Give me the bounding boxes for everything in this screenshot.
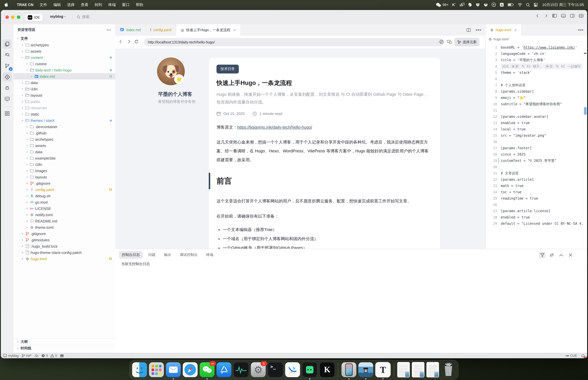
activity-explorer-button[interactable] bbox=[2, 39, 12, 49]
tab-more-icon[interactable]: ••• bbox=[578, 27, 584, 33]
split-editor-icon[interactable] bbox=[466, 28, 471, 32]
tree-item-netlify.toml[interactable]: ⚙netlify.toml bbox=[13, 211, 115, 218]
tab-index-md[interactable]: M+index.md bbox=[115, 24, 145, 36]
dock-win-thumb-icon[interactable] bbox=[426, 362, 439, 378]
dock-trae-icon[interactable] bbox=[302, 362, 318, 378]
code-line-12[interactable]: 12[params.sidebar.avatar] bbox=[486, 114, 587, 120]
menu-item-窗口[interactable]: 窗口 bbox=[119, 2, 133, 7]
project-selector[interactable]: myblog › bbox=[50, 14, 66, 19]
code-line-25[interactable]: 25readingTime = true bbox=[486, 195, 587, 202]
code-line-29[interactable]: 29default = "Licensed under CC BY-NC-SA … bbox=[486, 220, 587, 227]
tree-item-.gitignore[interactable]: .gitignore bbox=[13, 180, 115, 187]
tree-item-hugo-theme-stack-config.patch[interactable]: hugo-theme-stack-config.patch bbox=[13, 249, 115, 256]
tree-item-go.mod[interactable]: </>go.mod bbox=[13, 199, 115, 205]
panel-tab-问题[interactable]: 问题 bbox=[145, 251, 158, 259]
wechat-icon[interactable]: 99+ bbox=[436, 2, 448, 7]
outline-section[interactable]: ›大纲 bbox=[13, 338, 115, 345]
code-line-14[interactable]: 14local = true bbox=[486, 126, 587, 133]
device-toolbar-icon[interactable] bbox=[447, 39, 452, 44]
dock-launchpad-icon[interactable] bbox=[149, 362, 164, 377]
tree-item-.devcontainer[interactable]: ›.devcontainer bbox=[13, 124, 115, 130]
filter-icon[interactable] bbox=[539, 252, 546, 259]
ports-indicator[interactable] bbox=[60, 354, 64, 357]
toggle-bottom-panel-icon[interactable] bbox=[561, 14, 566, 18]
tree-item-assets[interactable]: ›assets bbox=[13, 48, 115, 54]
code-line-16[interactable]: 16 bbox=[486, 139, 587, 145]
activity-debug-button[interactable] bbox=[2, 83, 12, 92]
tree-item-index.md[interactable]: M+index.mdU bbox=[13, 73, 115, 79]
menu-item-终端[interactable]: 终端 bbox=[105, 2, 119, 7]
tree-item-assets[interactable]: ›assets bbox=[13, 142, 115, 149]
code-line-15[interactable]: 15src = "img/avatar.png" bbox=[486, 133, 587, 139]
control-center-icon[interactable] bbox=[534, 3, 538, 7]
tree-item-config.yaml[interactable]: !config.yamlM bbox=[13, 187, 115, 193]
settings-sliders-icon[interactable] bbox=[548, 252, 555, 259]
tree-item-.github[interactable]: ›.github bbox=[13, 130, 115, 136]
code-line-18[interactable]: 18since = 2025 bbox=[486, 151, 587, 157]
git-branch-indicator[interactable]: init* bbox=[22, 354, 31, 357]
tree-item-layouts[interactable]: ›layouts bbox=[13, 92, 115, 98]
remote-indicator[interactable]: myblog bbox=[3, 354, 19, 357]
dock-trash-icon[interactable] bbox=[441, 362, 456, 377]
panel-tab-输出[interactable]: 输出 bbox=[161, 251, 174, 259]
code-line-11[interactable]: 11 bbox=[486, 107, 587, 114]
tree-item-i18n[interactable]: ›i18n bbox=[13, 86, 115, 92]
timeline-section[interactable]: ›时间线 bbox=[13, 345, 115, 351]
category-badge[interactable]: 技术日常 bbox=[216, 65, 239, 74]
tree-item-archetypes[interactable]: ›archetypes bbox=[13, 136, 115, 142]
menu-item-选择[interactable]: 选择 bbox=[64, 2, 78, 7]
toggle-right-panel-icon[interactable] bbox=[570, 14, 575, 18]
nav-forward-icon[interactable] bbox=[544, 14, 548, 18]
code-line-20[interactable]: 20 bbox=[486, 164, 587, 170]
activity-search-button[interactable] bbox=[2, 50, 12, 59]
code-line-17[interactable]: 17[params.footer] bbox=[486, 145, 587, 151]
tab-config-yaml[interactable]: !config.yaml bbox=[145, 24, 176, 36]
maximize-window-button[interactable] bbox=[17, 16, 20, 19]
tree-item-LICENSE[interactable]: LICENSE bbox=[13, 205, 115, 211]
activity-remote-preview-button[interactable] bbox=[2, 94, 12, 103]
activity-source-control-button[interactable]: 4 bbox=[2, 61, 12, 70]
code-line-3[interactable]: 3title = '芊墨的个人博客' bbox=[486, 57, 587, 63]
play-icon[interactable] bbox=[492, 2, 496, 7]
code-line-26[interactable]: 26 bbox=[486, 202, 587, 208]
origin-link[interactable]: https://liqianmo.ink/daily-tech/hello-hu… bbox=[237, 125, 312, 130]
tree-item-data[interactable]: ›data bbox=[13, 149, 115, 155]
tab--Hugo-[interactable]: ◎快速上手Hugo，一条龙流程× bbox=[176, 24, 241, 36]
panel-tab-终端[interactable]: 终端 bbox=[203, 251, 216, 259]
browser-forward-icon[interactable] bbox=[127, 39, 131, 44]
disable-cache-icon[interactable] bbox=[439, 39, 444, 44]
tree-item-archetypes[interactable]: ›archetypes bbox=[13, 42, 115, 48]
cue-indicator[interactable]: CUE bbox=[565, 354, 577, 357]
dock-typora-icon[interactable]: T bbox=[375, 362, 391, 378]
panel-expand-icon[interactable] bbox=[558, 252, 565, 259]
tab-hugo-toml[interactable]: ⚙ hugo.toml × bbox=[486, 24, 522, 36]
dock-terminal-icon[interactable]: >_ bbox=[268, 362, 283, 378]
ide-mode-switch[interactable]: IDE bbox=[25, 13, 43, 21]
toggle-left-panel-icon[interactable] bbox=[552, 14, 557, 18]
code-line-27[interactable]: 27[params.article.license] bbox=[486, 208, 587, 214]
spotlight-icon[interactable] bbox=[526, 3, 530, 7]
menu-app-name[interactable]: TRAE CN bbox=[14, 2, 37, 7]
code-line-28[interactable]: 28enabled = true bbox=[486, 214, 587, 220]
menu-item-查看[interactable]: 查看 bbox=[78, 2, 92, 7]
cat-icon[interactable] bbox=[476, 2, 480, 7]
code-line-6[interactable]: 6 bbox=[486, 76, 587, 82]
tree-item-content[interactable]: ›content bbox=[13, 54, 115, 61]
menu-item-文件[interactable]: 文件 bbox=[37, 2, 50, 7]
menu-item-编辑[interactable]: 编辑 bbox=[50, 2, 64, 7]
code-line-5[interactable]: 5theme = 'stack' bbox=[486, 70, 587, 76]
dock-mail-icon[interactable] bbox=[166, 362, 181, 377]
dock-kitty-icon[interactable]: K bbox=[320, 362, 335, 378]
code-line-10[interactable]: 10subtitle = "希望我的博客对你有用" bbox=[486, 101, 587, 107]
close-icon[interactable]: × bbox=[514, 28, 517, 32]
dock-safari-icon[interactable] bbox=[183, 362, 198, 377]
menu-clock[interactable]: 10月15日 周三 下午11:05 bbox=[542, 2, 584, 7]
code-line-13[interactable]: 13enabled = true bbox=[486, 120, 587, 126]
tree-item-debug.sh[interactable]: $debug.sh bbox=[13, 193, 115, 199]
blog-site-title[interactable]: 芊墨的个人博客 bbox=[158, 91, 192, 97]
global-search[interactable]: 搜索 bbox=[77, 14, 90, 19]
tree-item-.gitmodules[interactable]: .gitmodules bbox=[13, 237, 115, 243]
problems-indicator[interactable]: 0 0 bbox=[42, 354, 57, 357]
tree-item-data[interactable]: ›data bbox=[13, 79, 115, 86]
code-line-19[interactable]: 19customText = "© 2025 李芊墨" bbox=[486, 157, 587, 164]
